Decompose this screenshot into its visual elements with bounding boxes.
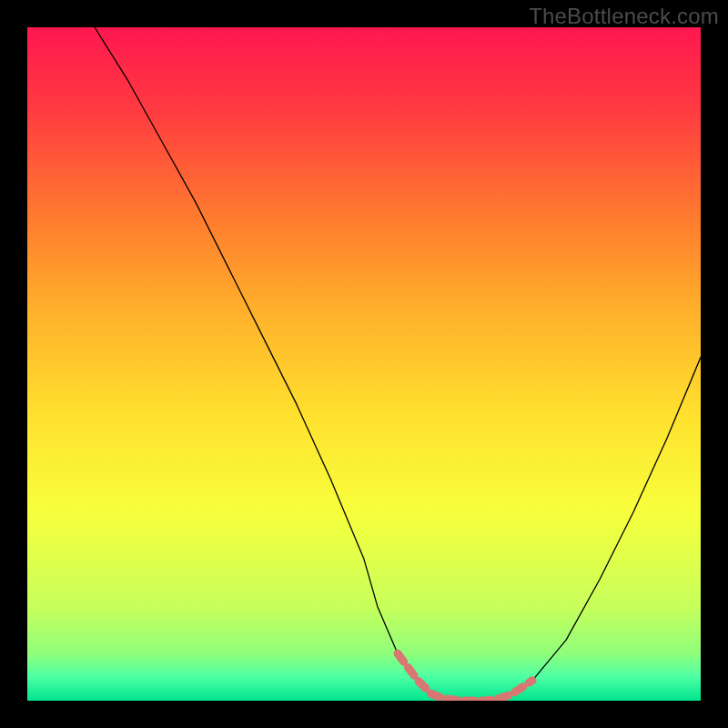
chart-plot-area	[27, 27, 701, 701]
watermark-text: TheBottleneck.com	[529, 4, 719, 29]
chart-frame: TheBottleneck.com	[0, 0, 728, 728]
chart-svg	[27, 27, 701, 701]
chart-background	[27, 27, 701, 701]
